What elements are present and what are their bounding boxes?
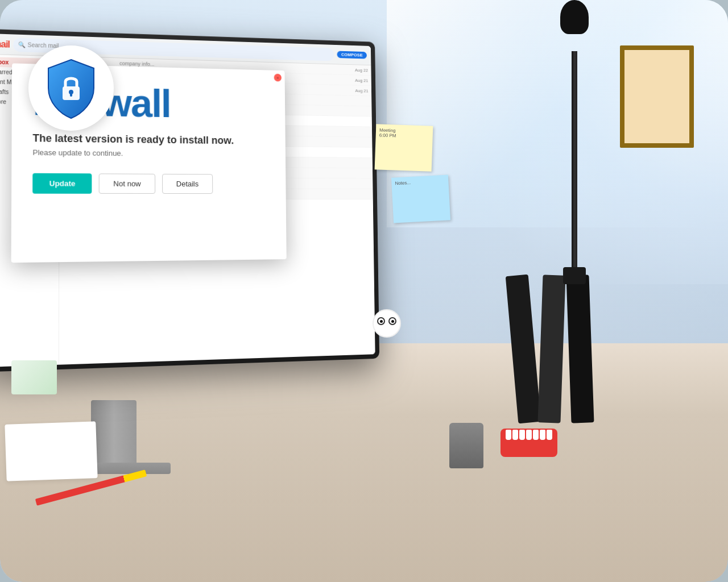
svg-rect-2 (70, 92, 72, 97)
email-date (353, 101, 368, 101)
tooth (533, 430, 539, 440)
sticky-note-2-text: Notes... (395, 180, 411, 186)
binder-3 (566, 275, 594, 423)
dialog-buttons: Update Not now Details (32, 173, 267, 194)
sticky-note-1-text: Meeting6:00 PM (379, 127, 396, 138)
desk-box (11, 360, 57, 394)
email-date: Aug 21 (353, 88, 369, 93)
tooth (506, 430, 511, 440)
monitor-stand (91, 400, 136, 468)
scene-container: Meeting6:00 PM Notes... (0, 0, 728, 582)
pen-holder (449, 423, 483, 468)
binder-2 (537, 275, 565, 423)
wall-frame (620, 45, 694, 148)
tooth (547, 430, 552, 440)
email-date: Aug 21 (353, 78, 369, 83)
chattering-teeth-toy (500, 429, 569, 474)
lamp-pole (572, 51, 577, 267)
search-icon: 🔍 (18, 41, 26, 48)
tooth (540, 430, 545, 440)
teeth-top (500, 429, 557, 440)
desk-papers (5, 421, 97, 481)
toy-eye-left (377, 317, 385, 325)
tooth (519, 430, 525, 440)
tooth (526, 430, 532, 440)
teeth-body (500, 429, 557, 457)
close-icon: × (276, 75, 279, 80)
dialog-submessage: Please update to continue. (32, 148, 266, 159)
update-button[interactable]: Update (32, 173, 92, 194)
not-now-button[interactable]: Not now (99, 173, 155, 194)
gmail-logo: mail (0, 39, 10, 49)
lamp-base (563, 267, 586, 284)
dialog-message: The latest version is ready to install n… (32, 132, 266, 147)
tooth (512, 430, 518, 440)
shield-icon (43, 57, 100, 119)
toy-head (373, 309, 401, 338)
toy-eye-right (388, 317, 396, 325)
compose-button[interactable]: COMPOSE (337, 51, 367, 59)
sticky-note-2: Notes... (391, 174, 450, 223)
lamp-head (560, 0, 589, 34)
email-date (353, 111, 369, 111)
email-date: Aug 22 (353, 67, 369, 72)
desk-lamp (557, 0, 592, 284)
security-shield-badge (28, 45, 114, 131)
sticky-note-1: Meeting6:00 PM (375, 124, 433, 171)
dialog-close-button[interactable]: × (274, 74, 282, 82)
toy-pupil-right (391, 320, 394, 323)
search-placeholder: Search mail (28, 41, 59, 49)
details-button[interactable]: Details (162, 174, 213, 194)
toy-pupil-left (380, 320, 383, 323)
